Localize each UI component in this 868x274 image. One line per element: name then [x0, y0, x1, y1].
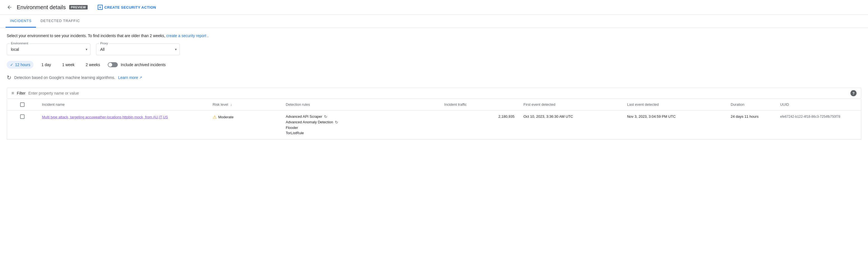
proxy-label: Proxy	[99, 41, 109, 45]
incidents-table-container: Incident name Risk level ↓ Detection rul…	[7, 99, 861, 140]
detection-rules-list: Advanced API Scraper ↻ Advanced Anomaly …	[286, 114, 435, 135]
rule-label-1: Advanced API Scraper	[286, 114, 322, 119]
time-filter-12h-label: 12 hours	[15, 62, 30, 67]
incident-link[interactable]: Multi type attack, targeting accuweather…	[42, 115, 168, 119]
row-first-event-cell: Oct 10, 2023, 3:36:30 AM UTC	[519, 110, 622, 139]
time-filter-1w[interactable]: 1 week	[59, 61, 78, 69]
col-header-detection-rules: Detection rules	[281, 99, 440, 110]
environment-label: Environment	[10, 41, 29, 45]
row-risk-level-cell: ⚠ Moderate	[208, 110, 281, 139]
time-filter-12h[interactable]: ✓ 12 hours	[7, 61, 33, 69]
table-row: Multi type attack, targeting accuweather…	[7, 110, 861, 139]
proxy-select-wrapper: Proxy All Proxy 1 Proxy 2 ▾	[96, 43, 180, 55]
risk-badge: ⚠ Moderate	[213, 114, 277, 120]
archived-toggle-label: Include archived incidents	[121, 62, 165, 67]
time-filter-1d-label: 1 day	[41, 62, 51, 67]
page-title: Environment details	[17, 4, 66, 10]
duration-value: 24 days 11 hours	[731, 114, 758, 119]
time-filter-2w[interactable]: 2 weeks	[82, 61, 103, 69]
learn-more-link[interactable]: Learn more ↗	[118, 75, 142, 80]
row-checkbox-cell	[7, 110, 37, 139]
col-header-checkbox	[7, 99, 37, 110]
col-header-first-event: First event detected	[519, 99, 622, 110]
header-checkbox[interactable]	[20, 102, 25, 107]
table-header-row: Incident name Risk level ↓ Detection rul…	[7, 99, 861, 110]
create-security-action-button[interactable]: + CREATE SECURITY ACTION	[98, 5, 156, 10]
row-duration-cell: 24 days 11 hours	[726, 110, 776, 139]
sort-icon: ↓	[230, 103, 232, 106]
filter-input[interactable]	[28, 91, 84, 95]
rule-label-4: TorListRule	[286, 131, 304, 135]
detection-info-row: ↻ Detection based on Google's machine le…	[7, 74, 861, 81]
plus-icon: +	[98, 5, 103, 10]
rule-item-4: TorListRule	[286, 131, 435, 135]
learn-more-label: Learn more	[118, 75, 138, 80]
archived-toggle[interactable]	[108, 62, 118, 67]
tab-incidents[interactable]: INCIDENTS	[6, 15, 36, 28]
info-main-text: Select your environment to see your inci…	[7, 33, 165, 38]
create-security-report-link[interactable]: create a security report	[166, 33, 206, 38]
check-icon: ✓	[10, 62, 13, 67]
filter-label: Filter	[17, 91, 25, 95]
tabs-container: INCIDENTS DETECTED TRAFFIC	[0, 15, 868, 28]
traffic-value: 2,180,935	[498, 114, 515, 119]
col-header-duration: Duration	[726, 99, 776, 110]
refresh-icon: ↻	[7, 74, 11, 81]
rule-label-2: Advanced Anomaly Detection	[286, 120, 333, 124]
main-content: Select your environment to see your inci…	[0, 28, 868, 145]
rule-item-3: Flooder	[286, 126, 435, 130]
row-incident-name-cell: Multi type attack, targeting accuweather…	[37, 110, 208, 139]
last-event-value: Nov 3, 2023, 3:04:59 PM UTC	[627, 114, 676, 119]
create-action-label: CREATE SECURITY ACTION	[104, 5, 156, 9]
external-link-icon: ↗	[139, 75, 142, 80]
proxy-select[interactable]: All Proxy 1 Proxy 2	[96, 44, 180, 55]
environment-select-wrapper: Environment local production staging ▾	[7, 43, 90, 55]
page-header: Environment details PREVIEW + CREATE SEC…	[0, 0, 868, 15]
time-filter-1d[interactable]: 1 day	[38, 61, 54, 69]
first-event-value: Oct 10, 2023, 3:36:30 AM UTC	[523, 114, 573, 119]
uuid-value: efe67242-b122-4f18-86c3-7254fb750f78	[780, 115, 840, 119]
time-filter-row: ✓ 12 hours 1 day 1 week 2 weeks Include …	[7, 61, 861, 69]
rule-sync-icon-1: ↻	[324, 114, 328, 119]
time-filter-1w-label: 1 week	[62, 62, 74, 67]
row-uuid-cell: efe67242-b122-4f18-86c3-7254fb750f78	[776, 110, 861, 139]
info-suffix: .	[207, 33, 209, 38]
rule-label-3: Flooder	[286, 126, 298, 130]
col-header-incident-traffic: Incident traffic	[440, 99, 519, 110]
selects-row: Environment local production staging ▾ P…	[7, 43, 861, 55]
preview-badge: PREVIEW	[69, 5, 88, 9]
col-header-incident-name: Incident name	[37, 99, 208, 110]
filter-bar: ≡ Filter ?	[7, 88, 861, 99]
tab-detected-traffic[interactable]: DETECTED TRAFFIC	[36, 15, 84, 28]
back-button[interactable]	[6, 3, 13, 11]
time-filter-2w-label: 2 weeks	[86, 62, 100, 67]
environment-select[interactable]: local production staging	[7, 44, 90, 55]
row-detection-rules-cell: Advanced API Scraper ↻ Advanced Anomaly …	[281, 110, 440, 139]
col-header-risk-level[interactable]: Risk level ↓	[208, 99, 281, 110]
row-last-event-cell: Nov 3, 2023, 3:04:59 PM UTC	[623, 110, 726, 139]
incidents-table: Incident name Risk level ↓ Detection rul…	[7, 99, 861, 139]
col-header-last-event: Last event detected	[623, 99, 726, 110]
rule-item-2: Advanced Anomaly Detection ↻	[286, 120, 435, 124]
row-traffic-cell: 2,180,935	[440, 110, 519, 139]
detection-info-text: Detection based on Google's machine lear…	[14, 75, 115, 80]
filter-left: ≡ Filter	[11, 91, 84, 96]
row-checkbox[interactable]	[20, 114, 25, 119]
col-header-uuid: UUID	[776, 99, 861, 110]
risk-level-label: Moderate	[218, 115, 234, 119]
rule-item-1: Advanced API Scraper ↻	[286, 114, 435, 119]
rule-sync-icon-2: ↻	[335, 120, 338, 124]
risk-warning-icon: ⚠	[213, 114, 217, 120]
info-text: Select your environment to see your inci…	[7, 33, 861, 38]
archived-toggle-row: Include archived incidents	[108, 62, 165, 67]
help-icon[interactable]: ?	[850, 90, 857, 96]
filter-icon: ≡	[11, 91, 14, 96]
